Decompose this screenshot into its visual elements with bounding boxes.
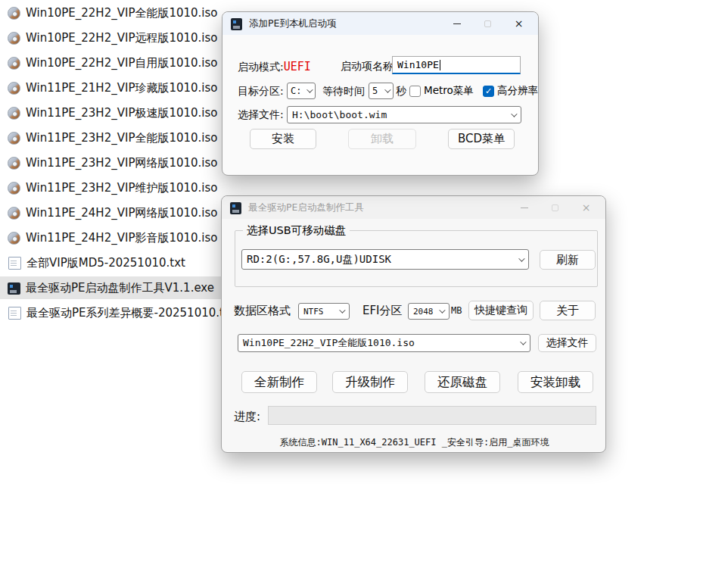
disc-icon	[8, 207, 20, 220]
maximize-button[interactable]	[472, 12, 503, 35]
dialog-title: 添加PE到本机启动项	[249, 17, 336, 30]
disc-icon	[8, 157, 20, 170]
target-partition-select[interactable]: C:	[287, 83, 316, 99]
format-select[interactable]: NTFS	[298, 303, 350, 320]
boot-mode-label: 启动模式:UEFI	[238, 60, 311, 74]
chevron-down-icon	[439, 307, 445, 313]
bcd-menu-button[interactable]: BCD菜单	[448, 129, 515, 149]
disc-icon	[8, 82, 20, 95]
format-label: 数据区格式	[234, 304, 291, 318]
uninstall-button: 卸载	[348, 129, 416, 149]
chevron-down-icon	[384, 86, 390, 92]
iso-file-select[interactable]: Win10PE_22H2_VIP全能版1010.iso	[238, 334, 530, 352]
file-list-item[interactable]: Win10PE_22H2_VIP远程版1010.iso	[0, 27, 229, 49]
boot-name-label: 启动项名称:	[341, 60, 397, 73]
usb-disk-select[interactable]: RD:2(G:,57.8G,U盘)UDISK	[241, 249, 529, 270]
make-new-button[interactable]: 全新制作	[241, 371, 317, 393]
install-uninstall-button[interactable]: 安装卸载	[518, 371, 593, 393]
boot-mode-value: UEFI	[284, 60, 311, 73]
boot-name-input[interactable]: Win10PE	[392, 56, 521, 74]
disc-icon	[8, 57, 20, 70]
chevron-down-icon	[518, 255, 524, 261]
file-list-item[interactable]: 全部VIP版MD5-20251010.txt	[0, 251, 196, 274]
file-list-item[interactable]: Win11PE_23H2_VIP维护版1010.iso	[0, 176, 229, 199]
file-list-item[interactable]: Win11PE_23H2_VIP极速版1010.iso	[0, 101, 229, 124]
upgrade-make-button[interactable]: 升级制作	[332, 371, 408, 393]
target-partition-value: C:	[291, 86, 301, 96]
format-value: NTFS	[303, 307, 324, 317]
add-pe-dialog: 添加PE到本机启动项 × 启动模式:UEFI 启动项名称: Win10PE 目标…	[222, 11, 539, 176]
wait-time-value: 5	[372, 86, 378, 96]
efi-size-select[interactable]: 2048	[408, 303, 450, 320]
file-name: Win11PE_23H2_VIP维护版1010.iso	[26, 181, 218, 195]
file-name: 最全驱动PE启动盘制作工具V1.1.exe	[26, 281, 214, 295]
file-name: Win10PE_22H2_VIP远程版1010.iso	[26, 31, 218, 45]
file-name: Win11PE_24H2_VIP影音版1010.iso	[26, 231, 218, 245]
choose-file-button[interactable]: 选择文件	[538, 334, 596, 352]
file-name: Win11PE_23H2_VIP极速版1010.iso	[26, 106, 218, 120]
boot-wim-value: H:\boot\boot.wim	[292, 109, 387, 120]
app-icon	[231, 18, 242, 30]
boot-wim-select[interactable]: H:\boot\boot.wim	[287, 106, 521, 123]
select-file-label: 选择文件:	[238, 108, 284, 122]
disc-icon	[8, 182, 20, 195]
hotkey-query-button[interactable]: 快捷键查询	[468, 301, 534, 320]
file-list-item[interactable]: 最全驱动PE启动盘制作工具V1.1.exe	[0, 276, 225, 299]
wait-time-label: 等待时间	[322, 85, 365, 98]
wait-time-unit: 秒	[396, 85, 406, 98]
disc-icon	[8, 7, 20, 20]
maximize-button[interactable]	[540, 196, 571, 219]
about-button[interactable]: 关于	[540, 301, 596, 320]
restore-disk-button[interactable]: 还原磁盘	[425, 371, 500, 393]
file-name: Win11PE_21H2_VIP珍藏版1010.iso	[26, 81, 218, 95]
install-button[interactable]: 安装	[250, 129, 316, 149]
file-name: 最全驱动PE系列差异概要-20251010.txt	[26, 306, 235, 320]
metro-menu-checkbox-row[interactable]: Metro菜单	[409, 84, 474, 98]
file-list-item[interactable]: Win10PE_22H2_VIP自用版1010.iso	[0, 51, 229, 74]
main-window-titlebar[interactable]: 最全驱动PE启动盘制作工具 ×	[222, 196, 605, 219]
file-list-item[interactable]: 最全驱动PE系列差异概要-20251010.txt	[0, 301, 246, 324]
target-partition-label: 目标分区:	[238, 85, 284, 98]
file-list-item[interactable]: Win11PE_21H2_VIP珍藏版1010.iso	[0, 76, 229, 99]
file-list-item[interactable]: Win11PE_24H2_VIP网络版1010.iso	[0, 201, 229, 224]
hires-checkbox[interactable]	[483, 86, 494, 97]
file-name: Win11PE_24H2_VIP网络版1010.iso	[26, 206, 218, 220]
executable-icon	[8, 282, 20, 295]
file-list-item[interactable]: Win11PE_23H2_VIP网络版1010.iso	[0, 151, 229, 174]
efi-size-value: 2048	[413, 307, 434, 317]
refresh-button[interactable]: 刷新	[540, 250, 596, 270]
disc-icon	[8, 32, 20, 45]
metro-menu-label: Metro菜单	[424, 84, 474, 98]
iso-file-value: Win10PE_22H2_VIP全能版1010.iso	[243, 336, 415, 350]
system-info-status: 系统信息:WIN_11_X64_22631_UEFI _安全引导:启用_桌面环境	[222, 436, 607, 449]
boot-name-value: Win10PE	[397, 59, 439, 70]
main-window-title: 最全驱动PE启动盘制作工具	[248, 201, 364, 214]
close-button[interactable]: ×	[503, 12, 534, 35]
file-name: 全部VIP版MD5-20251010.txt	[26, 256, 185, 270]
pe-maker-window: 最全驱动PE启动盘制作工具 × 选择USB可移动磁盘 RD:2(G:,57.8G…	[221, 195, 606, 453]
close-button[interactable]: ×	[571, 196, 602, 219]
chevron-down-icon	[339, 307, 345, 313]
file-list: Win10PE_22H2_VIP全能版1010.iso Win10PE_22H2…	[0, 2, 246, 326]
efi-label: EFI分区	[362, 304, 403, 318]
minimize-button[interactable]	[441, 12, 472, 35]
file-name: Win11PE_23H2_VIP网络版1010.iso	[26, 156, 218, 170]
chevron-down-icon	[511, 111, 517, 117]
hires-checkbox-row[interactable]: 高分辨率	[483, 84, 538, 98]
file-name: Win10PE_22H2_VIP自用版1010.iso	[26, 56, 218, 70]
file-list-item[interactable]: Win11PE_24H2_VIP影音版1010.iso	[0, 226, 229, 249]
metro-menu-checkbox[interactable]	[409, 86, 421, 97]
text-file-icon	[8, 307, 21, 320]
file-list-item[interactable]: Win10PE_22H2_VIP全能版1010.iso	[0, 2, 229, 24]
efi-unit-label: MB	[451, 305, 462, 316]
file-list-item[interactable]: Win11PE_23H2_VIP全能版1010.iso	[0, 126, 229, 149]
file-name: Win10PE_22H2_VIP全能版1010.iso	[26, 6, 218, 20]
minimize-button[interactable]	[509, 196, 540, 219]
chevron-down-icon	[306, 86, 313, 92]
dialog-titlebar[interactable]: 添加PE到本机启动项 ×	[222, 12, 538, 35]
file-name: Win11PE_23H2_VIP全能版1010.iso	[26, 131, 218, 145]
app-icon	[230, 202, 241, 214]
disc-icon	[8, 107, 20, 120]
wait-time-select[interactable]: 5	[369, 83, 394, 99]
text-cursor	[440, 60, 440, 70]
